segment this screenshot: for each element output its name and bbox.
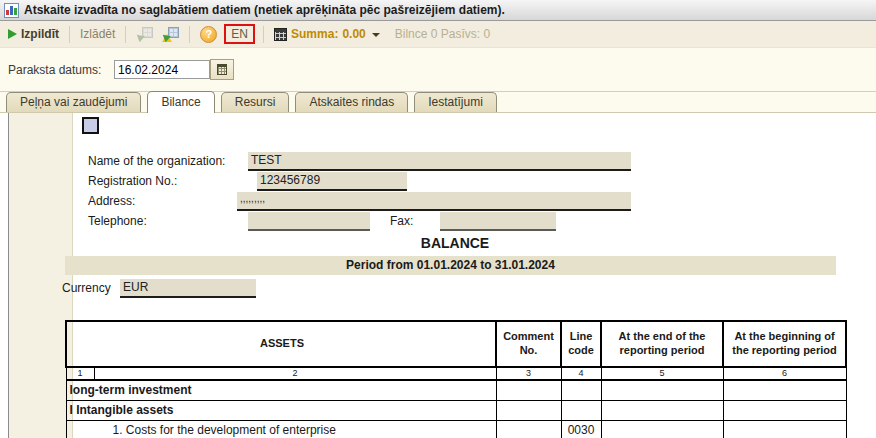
tab-iestatijumi[interactable]: Iestatījumi: [414, 92, 497, 112]
col-num-4: 4: [561, 367, 601, 380]
registration-no-field[interactable]: 123456789: [257, 172, 407, 191]
address-label: Address:: [88, 194, 135, 208]
summa-label: Summa:: [291, 27, 338, 41]
window-title-bar: Atskaite izvadīta no saglabātiem datiem …: [0, 0, 876, 21]
toolbar-separator: [189, 26, 190, 43]
signature-date-section: Paraksta datums:: [0, 48, 876, 92]
row-end-value[interactable]: [601, 420, 723, 438]
col-num-1: 1: [66, 367, 94, 380]
row-name: long-term investment: [66, 380, 496, 400]
row-end-value[interactable]: [601, 380, 723, 400]
row-name: 1. Costs for the development of enterpri…: [66, 420, 496, 438]
report-chart-icon: [4, 3, 19, 18]
row-begin-value[interactable]: [723, 400, 846, 420]
fax-field[interactable]: [440, 212, 556, 231]
help-icon: ?: [200, 26, 217, 43]
report-page: Name of the organization: TEST Registrat…: [0, 113, 876, 438]
currency-field[interactable]: EUR: [120, 279, 256, 298]
col-num-5: 5: [601, 367, 723, 380]
telephone-label: Telephone:: [88, 214, 147, 228]
tab-pelna-vai-zaudejumi[interactable]: Peļņa vai zaudējumi: [6, 92, 141, 112]
report-period: Period from 01.01.2024 to 31.01.2024: [65, 256, 836, 275]
table-row: I Intangible assets: [66, 400, 846, 420]
row-end-value[interactable]: [601, 400, 723, 420]
telephone-field[interactable]: [248, 212, 370, 231]
header-begin-period: At the beginning of the reporting period: [723, 321, 846, 367]
currency-label: Currency: [62, 281, 111, 295]
row-comment: [496, 400, 561, 420]
col-num-2: 2: [94, 367, 496, 380]
toolbar-separator: [263, 26, 264, 43]
help-button[interactable]: ?: [198, 25, 219, 44]
fax-label: Fax:: [390, 214, 413, 228]
import-grid-icon: [136, 26, 153, 42]
table-row: 1. Costs for the development of enterpri…: [66, 420, 846, 438]
run-button[interactable]: Izpildīt: [6, 26, 61, 42]
import-button-disabled[interactable]: [134, 25, 155, 43]
summa-value: 0.00: [342, 27, 365, 41]
report-anchor-square[interactable]: [82, 117, 99, 134]
calendar-icon: [217, 64, 227, 75]
table-header-row: ASSETS Comment No. Line code At the end …: [66, 321, 846, 367]
summa-dropdown[interactable]: Summa: 0.00: [272, 26, 382, 42]
row-line-code: [561, 380, 601, 400]
import-warning-button[interactable]: [160, 25, 181, 43]
header-comment-no: Comment No.: [496, 321, 561, 367]
header-end-period: At the end of the reporting period: [601, 321, 723, 367]
header-assets: ASSETS: [66, 321, 496, 367]
registration-no-label: Registration No.:: [88, 174, 177, 188]
toolbar-separator: [125, 26, 126, 43]
balance-status-text: Bilnce 0 Pasīvs: 0: [395, 27, 490, 41]
window-title: Atskaite izvadīta no saglabātiem datiem …: [24, 3, 505, 17]
signature-date-label: Paraksta datums:: [8, 63, 101, 77]
unload-button-label: Izlādēt: [80, 27, 115, 41]
page-left-margin-band: [9, 113, 73, 438]
tab-bilance[interactable]: Bilance: [147, 91, 214, 113]
row-line-code: [561, 400, 601, 420]
play-icon: [8, 29, 17, 39]
calculator-icon: [274, 28, 287, 41]
row-begin-value[interactable]: [723, 420, 846, 438]
assets-table: ASSETS Comment No. Line code At the end …: [65, 320, 847, 438]
language-button[interactable]: EN: [224, 24, 255, 44]
row-line-code: 0030: [561, 420, 601, 438]
calendar-button[interactable]: [210, 59, 234, 80]
column-number-row: 1 2 3 4 5 6: [66, 367, 846, 380]
unload-button[interactable]: Izlādēt: [78, 26, 117, 42]
row-comment: [496, 380, 561, 400]
row-comment: [496, 420, 561, 438]
toolbar-separator: [69, 26, 70, 43]
tab-atskaites-rindas[interactable]: Atskaites rindas: [295, 92, 408, 112]
org-name-field[interactable]: TEST: [248, 152, 631, 171]
toolbar: Izpildīt Izlādēt ? EN Summa: 0.00 Bilnce…: [0, 21, 876, 48]
table-row: long-term investment: [66, 380, 846, 400]
org-name-label: Name of the organization:: [88, 154, 225, 168]
col-num-6: 6: [723, 367, 846, 380]
dropdown-arrow-icon: [372, 33, 380, 37]
col-num-3: 3: [496, 367, 561, 380]
import-grid-warning-icon: [162, 26, 179, 42]
tab-strip: Peļņa vai zaudējumi Bilance Resursi Atsk…: [0, 92, 876, 113]
header-line-code: Line code: [561, 321, 601, 367]
report-title: BALANCE: [65, 235, 845, 251]
run-button-label: Izpildīt: [21, 27, 59, 41]
row-name: I Intangible assets: [66, 400, 496, 420]
address-field[interactable]: ,,,,,,,,,: [237, 192, 631, 211]
row-begin-value[interactable]: [723, 380, 846, 400]
tab-resursi[interactable]: Resursi: [221, 92, 290, 112]
signature-date-input[interactable]: [114, 60, 210, 79]
